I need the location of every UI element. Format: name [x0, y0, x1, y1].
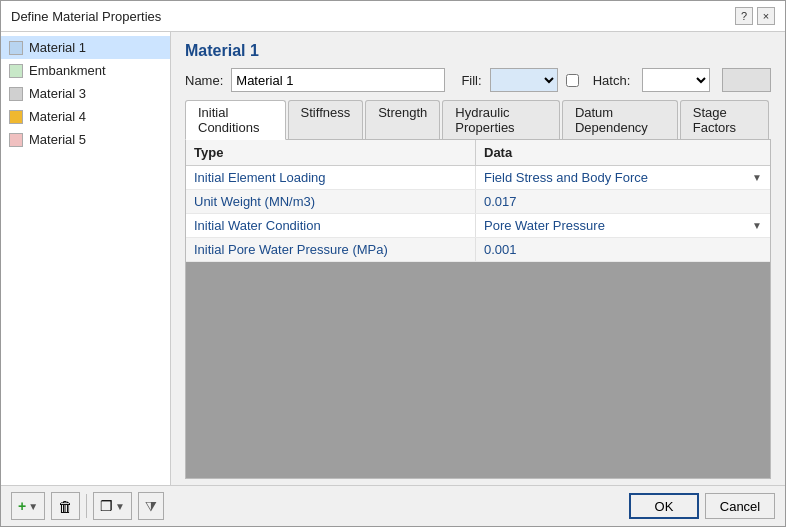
table-row[interactable]: Initial Pore Water Pressure (MPa)0.001	[186, 238, 770, 262]
dialog: Define Material Properties ? × Material …	[0, 0, 786, 527]
cell-data-value-3: 0.001	[484, 242, 517, 257]
cell-data-value-2: Pore Water Pressure	[484, 218, 605, 233]
cell-data-value-1: 0.017	[484, 194, 517, 209]
sidebar-label-embankment: Embankment	[29, 63, 106, 78]
tab-stiffness[interactable]: Stiffness	[288, 100, 364, 139]
cancel-button[interactable]: Cancel	[705, 493, 775, 519]
cell-type-0: Initial Element Loading	[186, 166, 476, 189]
col-data: Data	[476, 140, 770, 165]
hatch-checkbox[interactable]	[566, 74, 579, 87]
tab-strength[interactable]: Strength	[365, 100, 440, 139]
table-rows: Initial Element LoadingField Stress and …	[186, 166, 770, 262]
cell-type-2: Initial Water Condition	[186, 214, 476, 237]
ok-button[interactable]: OK	[629, 493, 699, 519]
cancel-label: Cancel	[720, 499, 760, 514]
sidebar-label-material5: Material 5	[29, 132, 86, 147]
color-swatch-embankment	[9, 64, 23, 78]
tab-hydraulic[interactable]: Hydraulic Properties	[442, 100, 560, 139]
cell-data-3: 0.001	[476, 238, 770, 261]
sidebar-item-material4[interactable]: Material 4	[1, 105, 170, 128]
table-empty-area	[186, 262, 770, 478]
copy-icon: ❐	[100, 498, 113, 514]
close-button[interactable]: ×	[757, 7, 775, 25]
table-row[interactable]: Initial Water ConditionPore Water Pressu…	[186, 214, 770, 238]
name-input[interactable]	[231, 68, 445, 92]
hatch-color-box	[722, 68, 771, 92]
sidebar: Material 1EmbankmentMaterial 3Material 4…	[1, 32, 171, 485]
cell-data-2[interactable]: Pore Water Pressure▼	[476, 214, 770, 237]
sidebar-item-material3[interactable]: Material 3	[1, 82, 170, 105]
table-row[interactable]: Unit Weight (MN/m3)0.017	[186, 190, 770, 214]
filter-button[interactable]: ⧩	[138, 492, 164, 520]
fill-label: Fill:	[461, 73, 481, 88]
sidebar-item-material1[interactable]: Material 1	[1, 36, 170, 59]
add-dropdown-icon: ▼	[28, 501, 38, 512]
filter-icon: ⧩	[145, 498, 157, 515]
cell-data-0[interactable]: Field Stress and Body Force▼	[476, 166, 770, 189]
cell-data-value-0: Field Stress and Body Force	[484, 170, 648, 185]
footer: + ▼ 🗑 ❐ ▼ ⧩ OK Cancel	[1, 485, 785, 526]
dialog-body: Material 1EmbankmentMaterial 3Material 4…	[1, 32, 785, 485]
delete-button[interactable]: 🗑	[51, 492, 80, 520]
footer-right: OK Cancel	[629, 493, 775, 519]
title-bar: Define Material Properties ? ×	[1, 1, 785, 32]
cell-type-1: Unit Weight (MN/m3)	[186, 190, 476, 213]
tab-stage[interactable]: Stage Factors	[680, 100, 769, 139]
name-row: Name: Fill: Hatch:	[185, 68, 771, 92]
color-swatch-material3	[9, 87, 23, 101]
copy-button[interactable]: ❐ ▼	[93, 492, 132, 520]
sidebar-label-material4: Material 4	[29, 109, 86, 124]
color-swatch-material5	[9, 133, 23, 147]
tabs-row: Initial ConditionsStiffnessStrengthHydra…	[185, 100, 771, 140]
sidebar-item-material5[interactable]: Material 5	[1, 128, 170, 151]
dialog-title: Define Material Properties	[11, 9, 161, 24]
material-title: Material 1	[185, 42, 771, 60]
table-header: Type Data	[186, 140, 770, 166]
table-area: Type Data Initial Element LoadingField S…	[185, 140, 771, 479]
color-swatch-material4	[9, 110, 23, 124]
dropdown-arrow-2[interactable]: ▼	[752, 220, 762, 231]
add-button[interactable]: + ▼	[11, 492, 45, 520]
title-controls: ? ×	[735, 7, 775, 25]
plus-icon: +	[18, 498, 26, 514]
hatch-label: Hatch:	[593, 73, 631, 88]
name-label: Name:	[185, 73, 223, 88]
cell-type-3: Initial Pore Water Pressure (MPa)	[186, 238, 476, 261]
delete-icon: 🗑	[58, 498, 73, 515]
color-swatch-material1	[9, 41, 23, 55]
sidebar-label-material1: Material 1	[29, 40, 86, 55]
cell-data-1: 0.017	[476, 190, 770, 213]
help-button[interactable]: ?	[735, 7, 753, 25]
tab-datum[interactable]: Datum Dependency	[562, 100, 678, 139]
col-type: Type	[186, 140, 476, 165]
tab-initial[interactable]: Initial Conditions	[185, 100, 286, 140]
footer-left: + ▼ 🗑 ❐ ▼ ⧩	[11, 492, 164, 520]
sidebar-item-embankment[interactable]: Embankment	[1, 59, 170, 82]
hatch-select[interactable]	[642, 68, 710, 92]
copy-dropdown-icon: ▼	[115, 501, 125, 512]
main-panel: Material 1 Name: Fill: Hatch: Initial Co…	[171, 32, 785, 485]
table-row[interactable]: Initial Element LoadingField Stress and …	[186, 166, 770, 190]
separator	[86, 494, 87, 518]
sidebar-label-material3: Material 3	[29, 86, 86, 101]
fill-select[interactable]	[490, 68, 558, 92]
dropdown-arrow-0[interactable]: ▼	[752, 172, 762, 183]
ok-label: OK	[655, 499, 674, 514]
